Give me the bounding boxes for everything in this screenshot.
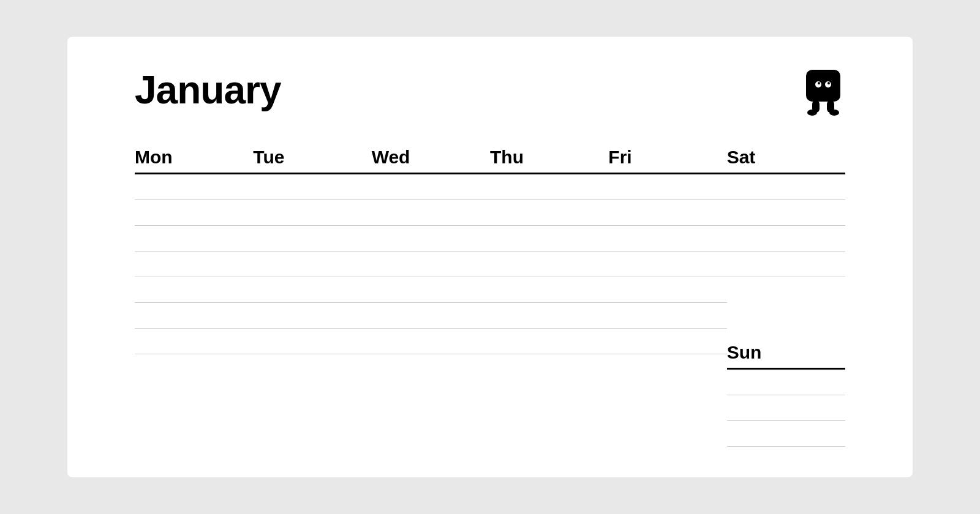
line <box>490 226 608 251</box>
sat-section: Sat <box>727 147 845 337</box>
line <box>372 174 490 200</box>
sun-section: Sun <box>727 342 845 447</box>
line <box>727 370 845 395</box>
line <box>372 303 490 329</box>
line <box>608 329 726 354</box>
line <box>727 421 845 447</box>
column-sat-sun: Sat Sun <box>727 147 845 447</box>
day-lines-thu <box>490 174 608 447</box>
line <box>727 251 845 277</box>
line <box>608 303 726 329</box>
day-header-tue: Tue <box>253 147 371 174</box>
column-fri: Fri <box>608 147 726 447</box>
day-lines-wed <box>372 174 490 447</box>
day-header-sun: Sun <box>727 342 845 370</box>
line <box>135 329 253 354</box>
line <box>372 329 490 354</box>
line <box>253 174 371 200</box>
line <box>608 200 726 226</box>
line <box>727 200 845 226</box>
line <box>135 226 253 251</box>
mascot-icon <box>801 67 845 116</box>
line <box>490 277 608 303</box>
column-mon: Mon <box>135 147 253 447</box>
column-tue: Tue <box>253 147 371 447</box>
day-header-wed: Wed <box>372 147 490 174</box>
line <box>135 303 253 329</box>
line <box>608 226 726 251</box>
line <box>608 277 726 303</box>
day-lines-tue <box>253 174 371 447</box>
line <box>490 303 608 329</box>
line <box>490 200 608 226</box>
day-header-thu: Thu <box>490 147 608 174</box>
line <box>253 226 371 251</box>
column-thu: Thu <box>490 147 608 447</box>
line <box>372 277 490 303</box>
day-lines-sun <box>727 370 845 447</box>
calendar-card: January Mon <box>67 37 913 477</box>
line <box>727 226 845 251</box>
column-wed: Wed <box>372 147 490 447</box>
line <box>490 251 608 277</box>
line <box>253 277 371 303</box>
line <box>727 174 845 200</box>
line <box>135 277 253 303</box>
svg-point-3 <box>818 82 820 84</box>
svg-point-8 <box>829 110 839 116</box>
day-header-sat: Sat <box>727 147 845 174</box>
line <box>135 251 253 277</box>
day-header-mon: Mon <box>135 147 253 174</box>
line <box>608 251 726 277</box>
svg-point-7 <box>807 110 817 116</box>
line <box>253 329 371 354</box>
line <box>253 200 371 226</box>
line <box>372 251 490 277</box>
line <box>490 329 608 354</box>
svg-rect-0 <box>806 70 840 102</box>
line <box>372 226 490 251</box>
line <box>135 174 253 200</box>
day-lines-mon <box>135 174 253 447</box>
line <box>608 174 726 200</box>
calendar-grid: Mon Tue <box>135 147 845 447</box>
day-lines-fri <box>608 174 726 447</box>
line <box>727 395 845 421</box>
line <box>253 303 371 329</box>
calendar-header: January <box>135 67 845 116</box>
day-lines-sat <box>727 174 845 337</box>
line <box>135 200 253 226</box>
line <box>490 174 608 200</box>
day-header-fri: Fri <box>608 147 726 174</box>
svg-point-4 <box>827 82 830 84</box>
month-title: January <box>135 67 281 113</box>
line <box>253 251 371 277</box>
line <box>372 200 490 226</box>
